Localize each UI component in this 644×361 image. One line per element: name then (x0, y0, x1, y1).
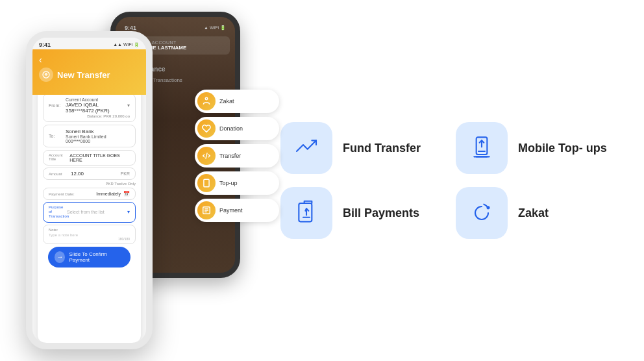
phone-front: 9:41 ▲▲WiFi🔋 ‹ New Transfer (26, 31, 153, 349)
back-phone-time: 9:41 (125, 25, 136, 31)
calendar-icon[interactable]: 📅 (123, 191, 130, 197)
svg-point-16 (487, 206, 490, 209)
mobile-topups-label: Mobile Top- ups (518, 142, 607, 155)
menu-payment-label: Payment (219, 207, 243, 214)
amount-label: Amount (49, 172, 68, 176)
menu-transfer-label: Transfer (219, 153, 241, 159)
currency-label: PKR (121, 171, 130, 176)
amount-value: 12.00 (71, 171, 118, 177)
to-bank: Soneri Bank (66, 129, 130, 134)
feature-bill-payments: Bill Payments (280, 187, 443, 239)
char-count: 180/180 (49, 237, 130, 241)
payment-icon (197, 201, 216, 219)
tab-transactions[interactable]: Transactions (153, 77, 182, 85)
features-grid: Fund Transfer Mobile Top- ups (280, 122, 618, 239)
transfer-icon (197, 147, 216, 165)
zakat-icon-box (456, 187, 508, 239)
slide-label: Slide To Confirm Payment (69, 251, 124, 263)
menu-donation[interactable]: Donation (195, 117, 279, 140)
purpose-placeholder: Select from the list (67, 210, 127, 214)
donation-icon (197, 119, 216, 138)
from-dropdown-icon[interactable]: ▾ (127, 103, 130, 108)
bill-payments-label: Bill Payments (343, 206, 419, 220)
slide-confirm-button[interactable]: → Slide To Confirm Payment (48, 247, 130, 268)
zakat-label: Zakat (518, 206, 549, 220)
purpose-dropdown-icon[interactable]: ▾ (127, 209, 130, 215)
menu-payment[interactable]: Payment (195, 199, 279, 222)
slide-arrow-icon: → (55, 251, 65, 263)
menu-zakat-label: Zakat (219, 98, 234, 105)
to-label: To: (49, 134, 63, 138)
purpose-label: Purpose of Transaction (49, 205, 67, 219)
note-label: Note: (49, 228, 130, 232)
back-menu: Zakat Donation Transfer (195, 90, 279, 222)
fund-transfer-icon-box (280, 122, 332, 174)
menu-donation-label: Donation (219, 125, 243, 132)
menu-topup-label: Top-up (219, 180, 238, 186)
purpose-field[interactable]: Purpose of Transaction Select from the l… (43, 202, 136, 223)
feature-fund-transfer: Fund Transfer (280, 122, 443, 174)
fund-transfer-label: Fund Transfer (343, 142, 421, 155)
note-field[interactable]: Note: Type a note here 180/180 (43, 225, 136, 244)
phones-area: 9:41 ▲WiFi🔋 CURRENT ACCOUNT FIRSTNAME LA… (26, 12, 273, 349)
account-title-field[interactable]: Account Title ACCOUNT TITLE GOES HERE (43, 150, 136, 166)
menu-zakat[interactable]: Zakat (195, 90, 279, 113)
mobile-topups-icon-box (456, 122, 508, 174)
feature-zakat: Zakat (456, 187, 618, 239)
svg-rect-13 (299, 203, 312, 221)
topup-icon (197, 174, 216, 192)
svg-rect-0 (204, 179, 209, 187)
date-value: Immediately (96, 192, 121, 196)
date-field[interactable]: Payment Date: Immediately 📅 (43, 188, 136, 200)
front-status-icons: ▲▲WiFi🔋 (113, 42, 140, 47)
from-field[interactable]: From: Current Account JAVED IQBAL 358***… (43, 93, 136, 122)
account-type: Current Account (66, 97, 125, 102)
account-title-value: ACCOUNT TITLE GOES HERE (69, 153, 130, 162)
bill-payments-icon-box (280, 187, 332, 239)
date-label: Payment Date: (49, 192, 96, 196)
menu-topup[interactable]: Top-up (195, 171, 279, 195)
from-label: From: (49, 103, 63, 108)
amount-words: PKR Twelve Only (43, 182, 136, 186)
balance-text: Balance: PKR 20,000.oo (49, 114, 130, 118)
to-field[interactable]: To: Soneri Bank Soneri Bank Limited 000*… (43, 125, 136, 147)
account-name: JAVED IQBAL (66, 102, 125, 108)
amount-field[interactable]: Amount 12.00 PKR (43, 168, 136, 180)
back-arrow-icon[interactable]: ‹ (39, 55, 140, 65)
transfer-title: New Transfer (57, 70, 110, 80)
account-title-label: Account Title (49, 153, 69, 162)
back-phone-status: ▲WiFi🔋 (204, 25, 226, 31)
to-account: Soneri Bank Limited 000****0000 (66, 134, 130, 143)
transfer-header-icon (39, 68, 53, 82)
feature-mobile-topups: Mobile Top- ups (456, 122, 618, 174)
front-phone-time: 9:41 (39, 42, 51, 48)
account-number: 358****8472 (PKR) (66, 108, 125, 114)
menu-transfer[interactable]: Transfer (195, 144, 279, 168)
yellow-header: ‹ New Transfer (32, 49, 146, 95)
zakat-icon (197, 92, 216, 110)
transfer-form: From: Current Account JAVED IQBAL 358***… (38, 88, 141, 343)
